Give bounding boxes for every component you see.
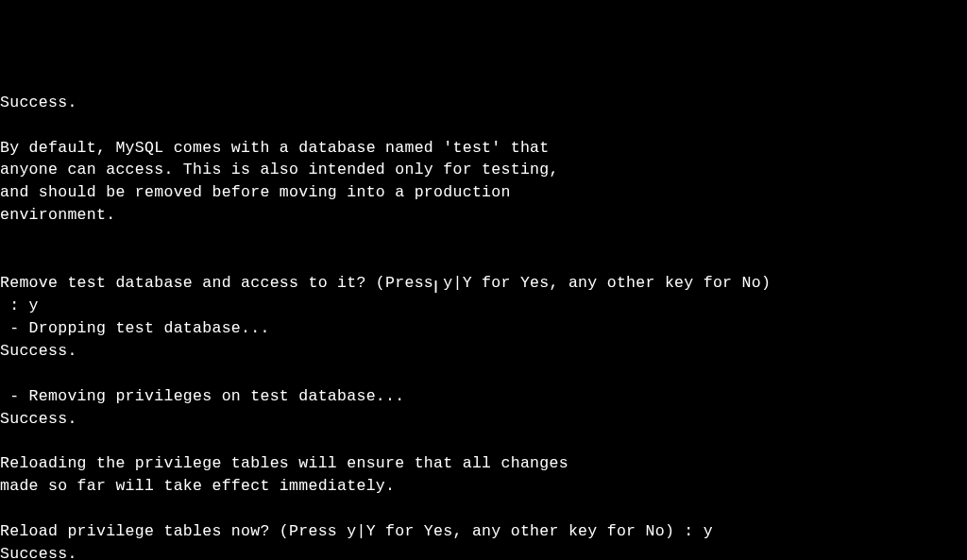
terminal-output: Success. By default, MySQL comes with a … [0, 92, 967, 560]
